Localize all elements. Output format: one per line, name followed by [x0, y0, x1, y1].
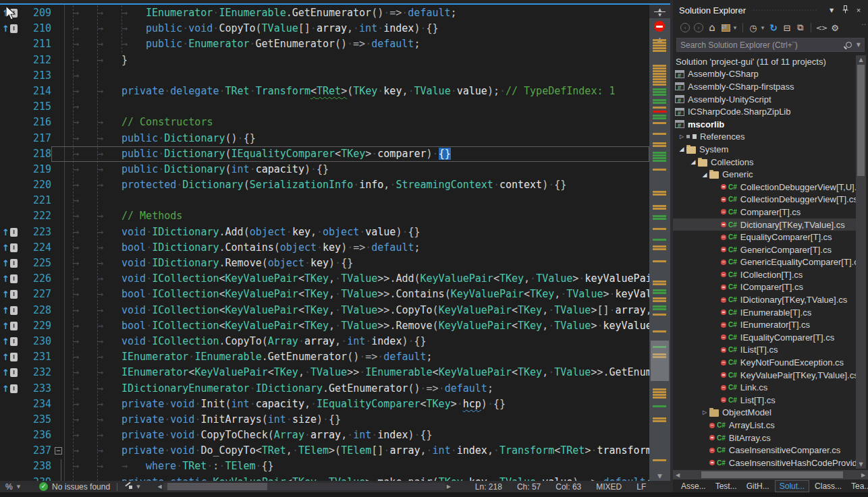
split-editor-handle-icon[interactable]: ▲ ▼ — [649, 5, 670, 18]
tree-item-link-cs[interactable]: C#Link.cs — [673, 381, 856, 394]
tree-item-dictionary-tkey-tvalue-cs[interactable]: C#Dictionary[TKey,TValue].cs — [673, 218, 856, 231]
code-line[interactable]: ↑I232→→IEnumerator<KeyValuePair<TKey,·TV… — [0, 365, 649, 380]
tree-item-caseinsensitivecomparer-cs[interactable]: C#CaseInsensitiveComparer.cs — [673, 444, 856, 457]
panel-tab-test[interactable]: Test... — [711, 481, 741, 492]
tree-item-references[interactable]: ▷References — [673, 131, 856, 144]
fold-margin[interactable] — [51, 146, 65, 162]
expand-arrow-icon[interactable]: ▷ — [677, 134, 686, 140]
scroll-up-arrow-icon[interactable]: ▲ — [856, 57, 866, 63]
view-code-icon[interactable]: <> — [815, 21, 828, 34]
interface-implementation-icon[interactable]: I — [10, 24, 18, 33]
code-line[interactable]: 211→→→public·Enumerator·GetEnumerator()·… — [0, 36, 649, 52]
interface-implementation-icon[interactable]: I — [10, 353, 18, 361]
expand-arrow-icon[interactable]: ▷ — [700, 409, 709, 415]
fold-margin[interactable] — [51, 193, 65, 208]
search-icon[interactable] — [846, 42, 852, 48]
code-line[interactable]: ↑I233→→IDictionaryEnumerator·IDictionary… — [0, 381, 649, 397]
override-arrow-icon[interactable]: ↑ — [2, 337, 9, 346]
interface-implementation-icon[interactable]: I — [10, 306, 18, 315]
code-line[interactable]: 234→→private·void·Init(int·capacity,·IEq… — [0, 397, 649, 412]
code-line[interactable]: 221→ — [0, 193, 649, 208]
pin-icon[interactable] — [840, 5, 850, 15]
explorer-vertical-scrollbar[interactable]: ▲ ▼ — [856, 55, 866, 469]
override-arrow-icon[interactable]: ↑ — [2, 259, 9, 268]
collapse-arrow-icon[interactable]: ◢ — [688, 158, 698, 165]
fold-margin[interactable] — [51, 287, 65, 302]
toolbar-overflow-icon[interactable]: .. — [861, 19, 867, 26]
tree-item-list-t-cs[interactable]: C#List[T].cs — [673, 394, 856, 407]
back-icon[interactable]: ‹ — [678, 21, 692, 34]
format-document-button[interactable]: ▼ — [124, 483, 140, 491]
chevron-down-icon[interactable]: ▼ — [857, 42, 861, 48]
editor-hscroll-thumb[interactable] — [167, 483, 267, 490]
panel-tab-asse[interactable]: Asse... — [677, 481, 710, 492]
tree-item-system[interactable]: ◢System — [673, 143, 856, 156]
scroll-left-arrow-icon[interactable]: ◀ — [158, 484, 162, 490]
interface-implementation-icon[interactable]: I — [10, 384, 18, 393]
tree-item-genericcomparer-t-cs[interactable]: C#GenericComparer[T].cs — [673, 243, 856, 256]
code-line[interactable]: 213→ — [0, 68, 649, 84]
pending-changes-filter-icon[interactable]: ◷ — [747, 21, 760, 34]
close-icon[interactable]: × — [853, 6, 864, 14]
window-position-icon[interactable]: ▼ — [826, 7, 837, 13]
fold-margin[interactable] — [51, 381, 65, 397]
override-arrow-icon[interactable]: ↑ — [2, 322, 9, 330]
interface-implementation-icon[interactable]: I — [10, 368, 18, 377]
fold-margin[interactable] — [51, 459, 65, 474]
fold-margin[interactable] — [51, 397, 65, 412]
code-line[interactable]: ↑I210→→→public·void·CopyTo(TValue[]·arra… — [0, 21, 649, 36]
code-line[interactable]: ↑I223→→void·IDictionary.Add(object·key,·… — [0, 225, 649, 240]
editor-scrollbar-thumb[interactable] — [651, 341, 669, 381]
code-line[interactable]: ↑I224→→bool·IDictionary.Contains(object·… — [0, 240, 649, 256]
tree-item-ilist-t-cs[interactable]: C#IList[T].cs — [673, 344, 856, 357]
forward-icon[interactable]: › — [692, 21, 705, 34]
interface-implementation-icon[interactable]: I — [10, 337, 18, 346]
explorer-hscroll-thumb[interactable] — [701, 471, 843, 478]
fold-margin[interactable] — [51, 99, 65, 115]
fold-margin[interactable] — [51, 68, 65, 84]
code-line[interactable]: 238→→→where·TRet·:·TElem·{} — [0, 459, 649, 474]
code-line[interactable]: 239→→private·static·KeyValuePair<TKey,·T… — [0, 475, 649, 481]
tree-item-icollection-t-cs[interactable]: C#ICollection[T].cs — [673, 268, 856, 281]
fold-margin[interactable]: − — [51, 443, 65, 459]
fold-margin[interactable] — [51, 334, 65, 349]
collapse-arrow-icon[interactable]: ◢ — [700, 171, 709, 178]
tree-item-collectiondebuggerview-t-cs[interactable]: C#CollectionDebuggerView[T].cs — [673, 194, 856, 206]
chevron-down-icon[interactable]: ▼ — [732, 25, 738, 31]
code-line[interactable]: ↑I231→→IEnumerator·IEnumerable.GetEnumer… — [0, 349, 649, 365]
tree-item-objectmodel[interactable]: ▷ObjectModel — [673, 407, 856, 419]
editor-horizontal-scrollbar[interactable] — [163, 483, 445, 490]
tree-item-arraylist-cs[interactable]: C#ArrayList.cs — [673, 419, 856, 432]
override-arrow-icon[interactable]: ↑ — [2, 243, 9, 252]
code-line[interactable]: ↑I228→→void·ICollection<KeyValuePair<TKe… — [0, 303, 649, 318]
code-line[interactable]: 220→→protected·Dictionary(SerializationI… — [0, 177, 649, 193]
tree-item-iequalitycomparer-t-cs[interactable]: C#IEqualityComparer[T].cs — [673, 331, 856, 344]
fold-collapse-icon[interactable]: − — [55, 447, 62, 455]
panel-tab-tea[interactable]: Tea... — [847, 481, 868, 492]
code-line[interactable]: ↑I209→→→IEnumerator·IEnumerable.GetEnume… — [0, 5, 649, 21]
tree-item-caseinsensitivehashcodeprovider-cs[interactable]: C#CaseInsensitiveHashCodeProvider.cs — [673, 457, 856, 469]
scroll-left-arrow-icon[interactable]: ◀ — [673, 472, 682, 478]
switch-views-icon[interactable] — [719, 21, 732, 34]
explorer-scrollbar-thumb[interactable] — [857, 65, 865, 176]
chevron-down-icon[interactable]: ▼ — [760, 25, 765, 31]
fold-margin[interactable] — [51, 412, 65, 428]
fold-margin[interactable] — [51, 318, 65, 334]
collapse-all-icon[interactable]: ⊟ — [780, 21, 794, 34]
scroll-down-arrow-icon[interactable]: ▼ — [649, 473, 670, 479]
code-line[interactable]: 235→→private·void·InitArrays(int·size)·{… — [0, 412, 649, 428]
override-arrow-icon[interactable]: ↑ — [2, 24, 9, 33]
fold-margin[interactable] — [51, 349, 65, 365]
fold-margin[interactable] — [51, 365, 65, 380]
interface-implementation-icon[interactable]: I — [10, 274, 18, 283]
fold-margin[interactable] — [51, 240, 65, 256]
code-line[interactable]: 216→→// Constructors — [0, 115, 649, 130]
code-line[interactable]: ↑I227→→bool·ICollection<KeyValuePair<TKe… — [0, 287, 649, 302]
fold-margin[interactable] — [51, 225, 65, 240]
tree-item-mscorlib[interactable]: mscorlib — [673, 118, 856, 131]
code-line[interactable]: 212→→} — [0, 53, 649, 68]
preview-selected-items-icon[interactable]: ⧉ — [794, 21, 807, 34]
tree-item-equalitycomparer-t-cs[interactable]: C#EqualityComparer[T].cs — [673, 231, 856, 243]
override-arrow-icon[interactable]: ↑ — [2, 274, 9, 283]
tree-item-assembly-csharp[interactable]: Assembly-CSharp — [673, 68, 856, 81]
